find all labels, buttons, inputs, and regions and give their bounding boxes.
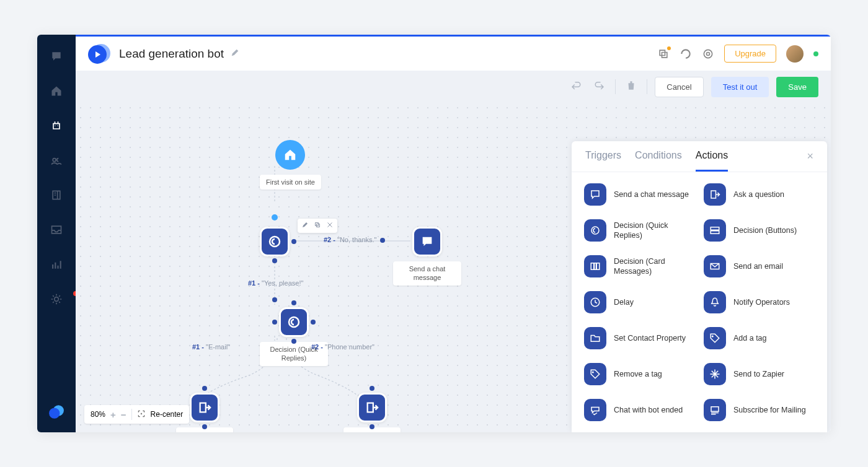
question-icon — [704, 183, 726, 206]
node-start[interactable]: First visit on site — [260, 140, 321, 190]
svg-point-1 — [49, 408, 60, 419]
templates-icon[interactable] — [657, 48, 670, 60]
action-label: Send a chat message — [614, 190, 689, 199]
node-copy-icon[interactable] — [314, 221, 321, 230]
tab-conditions[interactable]: Conditions — [635, 150, 682, 172]
action-label: Chat with bot ended — [614, 405, 683, 415]
decision-qr-icon — [584, 219, 606, 242]
sidebar-chat-icon[interactable] — [50, 50, 63, 63]
avatar[interactable] — [786, 45, 804, 63]
flow-canvas[interactable]: First visit on site #2 - "No, thanks." #… — [76, 103, 831, 432]
topbar: Lead generation bot Upgrade — [76, 35, 831, 71]
action-label: Subscribe for Mailing — [733, 405, 806, 415]
toolbar: Cancel Test it out Save — [76, 71, 831, 103]
edge-branch2: #2 - "No, thanks." — [324, 236, 376, 243]
action-folder[interactable]: Set Contact Property — [584, 327, 695, 349]
action-label: Ask a question — [733, 190, 784, 199]
mailing-icon — [704, 399, 726, 421]
cancel-button[interactable]: Cancel — [655, 77, 703, 97]
recenter-button[interactable]: Re-center — [151, 410, 184, 419]
sidebar-users-icon[interactable] — [50, 154, 63, 167]
node-start-label: First visit on site — [260, 175, 321, 190]
node-toolbar — [298, 219, 337, 233]
page-title: Lead generation bot — [119, 47, 224, 61]
action-label: Send to Zapier — [733, 369, 784, 379]
connection-dot — [272, 214, 278, 220]
action-delay[interactable]: Delay — [584, 291, 695, 313]
edge-branch1: #1 - "Yes, please!" — [248, 279, 303, 287]
tab-triggers[interactable]: Triggers — [585, 150, 621, 172]
action-chat[interactable]: Send a chat message — [584, 183, 695, 206]
decision-card-icon — [584, 255, 606, 277]
side-panel: Triggers Conditions Actions × Send a cha… — [572, 141, 827, 432]
tab-actions[interactable]: Actions — [696, 150, 728, 172]
status-dot-icon — [813, 51, 818, 56]
sidebar — [37, 35, 76, 432]
action-zapier[interactable]: Send to Zapier — [704, 363, 815, 385]
zoom-value: 80% — [91, 410, 105, 419]
svg-point-2 — [707, 52, 710, 55]
sidebar-logo-icon[interactable] — [48, 404, 64, 420]
save-button[interactable]: Save — [776, 77, 818, 97]
action-label: Decision (Quick Replies) — [614, 220, 695, 241]
action-decision-qr[interactable]: Decision (Quick Replies) — [584, 219, 695, 242]
broadcast-icon[interactable] — [702, 48, 714, 60]
delay-icon — [584, 291, 606, 313]
recenter-icon[interactable] — [137, 409, 146, 420]
action-decision-card[interactable]: Decision (Card Messages) — [584, 255, 695, 277]
tag-icon — [704, 327, 726, 349]
chat-icon — [584, 183, 606, 206]
zoom-out-icon[interactable]: − — [121, 409, 126, 420]
email-icon — [704, 255, 726, 277]
edge-phone: #2 - "Phone number" — [311, 343, 374, 351]
node-send-chat[interactable]: Send a chat message — [393, 227, 461, 286]
action-label: Delay — [614, 297, 634, 307]
sidebar-home-icon[interactable] — [50, 84, 63, 98]
node-ask-right[interactable]: Ask a question — [343, 393, 401, 432]
zoom-bar: 80% + − Re-center — [84, 405, 189, 424]
delete-icon[interactable] — [623, 77, 639, 96]
end-icon — [584, 399, 606, 421]
action-decision-btn[interactable]: Decision (Buttons) — [704, 219, 815, 242]
refresh-icon[interactable] — [680, 48, 692, 60]
node-edit-icon[interactable] — [301, 221, 309, 230]
redo-icon[interactable] — [591, 77, 608, 96]
action-mailing[interactable]: Subscribe for Mailing — [704, 399, 815, 421]
folder-icon — [584, 327, 606, 349]
upgrade-button[interactable]: Upgrade — [724, 45, 776, 63]
node-decision1[interactable] — [260, 227, 290, 256]
action-label: Add a tag — [733, 333, 767, 343]
tag-remove-icon — [584, 363, 606, 385]
panel-tabs: Triggers Conditions Actions × — [572, 141, 827, 172]
sidebar-bot-icon[interactable] — [50, 119, 63, 133]
action-notify[interactable]: Notify Operators — [704, 291, 815, 313]
zoom-in-icon[interactable]: + — [110, 409, 116, 420]
action-end[interactable]: Chat with bot ended — [584, 399, 695, 421]
node-decision2[interactable]: Decision (Quick Replies) — [260, 307, 328, 366]
svg-point-3 — [704, 50, 712, 58]
sidebar-stats-icon[interactable] — [50, 258, 63, 271]
action-label: Notify Operators — [733, 297, 790, 307]
node-delete-icon[interactable] — [326, 221, 334, 230]
action-question[interactable]: Ask a question — [704, 183, 815, 206]
test-button[interactable]: Test it out — [711, 77, 769, 97]
actions-grid: Send a chat messageAsk a questionDecisio… — [572, 172, 827, 432]
node-send-chat-label: Send a chat message — [393, 261, 461, 286]
action-label: Send an email — [733, 261, 783, 271]
edit-title-icon[interactable] — [230, 48, 240, 60]
sidebar-inbox-icon[interactable] — [50, 223, 63, 237]
action-label: Set Contact Property — [614, 333, 686, 343]
sidebar-gear-icon[interactable] — [50, 292, 63, 306]
action-label: Decision (Card Messages) — [614, 256, 695, 277]
action-email[interactable]: Send an email — [704, 255, 815, 277]
bot-logo-icon — [88, 43, 110, 65]
undo-icon[interactable] — [568, 77, 584, 96]
decision-btn-icon — [704, 219, 726, 242]
action-tag-remove[interactable]: Remove a tag — [584, 363, 695, 385]
panel-close-icon[interactable]: × — [807, 150, 813, 172]
action-label: Remove a tag — [614, 369, 662, 379]
edge-email: #1 - "E-mail" — [192, 343, 230, 351]
action-tag[interactable]: Add a tag — [704, 327, 815, 349]
sidebar-book-icon[interactable] — [50, 188, 63, 202]
notify-icon — [704, 291, 726, 313]
